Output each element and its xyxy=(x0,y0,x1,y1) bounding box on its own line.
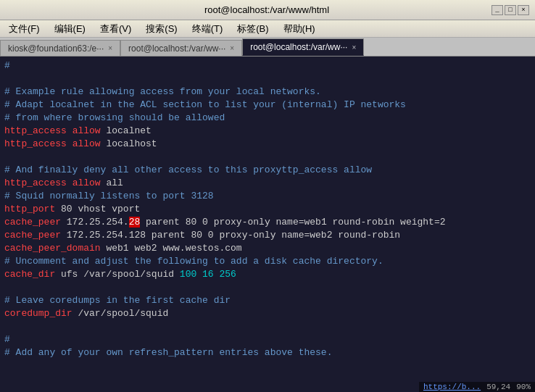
line-9: # And finally deny all other access to t… xyxy=(4,164,531,177)
menu-search[interactable]: 搜索(S) xyxy=(140,21,183,37)
line-1: # xyxy=(4,59,531,72)
line-4: # Adapt localnet in the ACL section to l… xyxy=(4,99,531,112)
line-20: coredump_dir /var/spool/squid xyxy=(4,307,531,320)
tab-bar: kiosk@foundation63:/e··· × root@localhos… xyxy=(0,38,535,57)
line-17: cache_dir ufs /var/spool/squid 100 16 25… xyxy=(4,268,531,281)
line-5: # from where browsing should be allowed xyxy=(4,112,531,125)
title-bar: root@localhost:/var/www/html _ □ × xyxy=(0,0,535,20)
line-8 xyxy=(4,151,531,164)
tab-root2[interactable]: root@localhost:/var/ww··· × xyxy=(242,38,364,56)
line-21 xyxy=(4,320,531,333)
line-16: # Uncomment and adjust the following to … xyxy=(4,255,531,268)
menu-bar: 文件(F) 编辑(E) 查看(V) 搜索(S) 终端(T) 标签(B) 帮助(H… xyxy=(0,20,535,38)
maximize-button[interactable]: □ xyxy=(505,5,516,15)
tab-kiosk[interactable]: kiosk@foundation63:/e··· × xyxy=(0,40,120,56)
status-bar: https://b... 59,24 90% xyxy=(419,382,535,392)
line-22: # xyxy=(4,333,531,346)
menu-edit[interactable]: 编辑(E) xyxy=(49,21,91,37)
window-title: root@localhost:/var/www/html xyxy=(42,4,492,15)
line-3: # Example rule allowing access from your… xyxy=(4,86,531,99)
menu-view[interactable]: 查看(V) xyxy=(94,21,137,37)
tab-close-root1[interactable]: × xyxy=(230,44,234,52)
line-12: http_port 80 vhost vport xyxy=(4,203,531,216)
line-14: cache_peer 172.25.254.128 parent 80 0 pr… xyxy=(4,229,531,242)
status-link: https://b... xyxy=(423,383,481,391)
menu-tags[interactable]: 标签(B) xyxy=(231,21,274,37)
tab-close-root2[interactable]: × xyxy=(352,43,356,51)
line-11: # Squid normally listens to port 3128 xyxy=(4,190,531,203)
line-6: http_access allow localnet xyxy=(4,125,531,138)
line-15: cache_peer_domain web1 web2 www.westos.c… xyxy=(4,242,531,255)
line-18 xyxy=(4,281,531,294)
tab-root1[interactable]: root@localhost:/var/ww··· × xyxy=(120,40,242,56)
scroll-percent: 90% xyxy=(516,383,531,391)
line-19: # Leave coredumps in the first cache dir xyxy=(4,294,531,307)
line-2 xyxy=(4,72,531,86)
menu-help[interactable]: 帮助(H) xyxy=(278,21,321,37)
menu-file[interactable]: 文件(F) xyxy=(3,21,46,37)
menu-terminal[interactable]: 终端(T) xyxy=(186,21,229,37)
line-13: cache_peer 172.25.254.28 parent 80 0 pro… xyxy=(4,216,531,229)
terminal-content[interactable]: # # Example rule allowing access from yo… xyxy=(0,57,535,392)
close-button[interactable]: × xyxy=(518,5,529,15)
cursor-position: 59,24 xyxy=(486,383,510,391)
minimize-button[interactable]: _ xyxy=(492,5,503,15)
line-10: http_access allow all xyxy=(4,177,531,190)
line-7: http_access allow localhost xyxy=(4,138,531,151)
tab-close-kiosk[interactable]: × xyxy=(108,44,112,52)
title-controls: _ □ × xyxy=(492,5,529,15)
line-23: # Add any of your own refresh_pattern en… xyxy=(4,346,531,359)
